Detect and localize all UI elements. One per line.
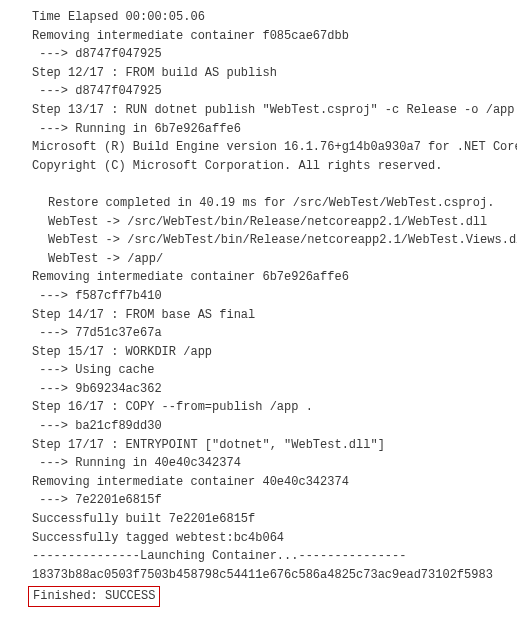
log-line: ---> 9b69234ac362 [6,380,517,399]
log-line: Copyright (C) Microsoft Corporation. All… [6,157,517,176]
log-line: Successfully tagged webtest:bc4b064 [6,529,517,548]
finished-status: Finished: SUCCESS [28,586,160,607]
log-line: ---> d8747f047925 [6,82,517,101]
log-line: ---> ba21cf89dd30 [6,417,517,436]
build-log-output: Time Elapsed 00:00:05.06Removing interme… [6,8,517,584]
log-line: Removing intermediate container f085cae6… [6,27,517,46]
log-line: ---------------Launching Container...---… [6,547,517,566]
log-line: ---> 7e2201e6815f [6,491,517,510]
log-line: ---> d8747f047925 [6,45,517,64]
log-line: Time Elapsed 00:00:05.06 [6,8,517,27]
log-line: Microsoft (R) Build Engine version 16.1.… [6,138,517,157]
log-line: Step 16/17 : COPY --from=publish /app . [6,398,517,417]
log-line: WebTest -> /src/WebTest/bin/Release/netc… [6,213,517,232]
log-line: ---> Using cache [6,361,517,380]
log-line: ---> f587cff7b410 [6,287,517,306]
log-line: Step 13/17 : RUN dotnet publish "WebTest… [6,101,517,120]
log-line: Removing intermediate container 6b7e926a… [6,268,517,287]
log-line: WebTest -> /app/ [6,250,517,269]
log-line: Removing intermediate container 40e40c34… [6,473,517,492]
log-line: Step 14/17 : FROM base AS final [6,306,517,325]
log-line: ---> Running in 6b7e926affe6 [6,120,517,139]
log-line: ---> Running in 40e40c342374 [6,454,517,473]
log-line: Step 12/17 : FROM build AS publish [6,64,517,83]
log-line: ---> 77d51c37e67a [6,324,517,343]
log-line: 18373b88ac0503f7503b458798c54411e676c586… [6,566,517,585]
log-line: WebTest -> /src/WebTest/bin/Release/netc… [6,231,517,250]
log-line [6,175,517,194]
log-line: Successfully built 7e2201e6815f [6,510,517,529]
log-line: Restore completed in 40.19 ms for /src/W… [6,194,517,213]
log-line: Step 15/17 : WORKDIR /app [6,343,517,362]
log-line: Step 17/17 : ENTRYPOINT ["dotnet", "WebT… [6,436,517,455]
